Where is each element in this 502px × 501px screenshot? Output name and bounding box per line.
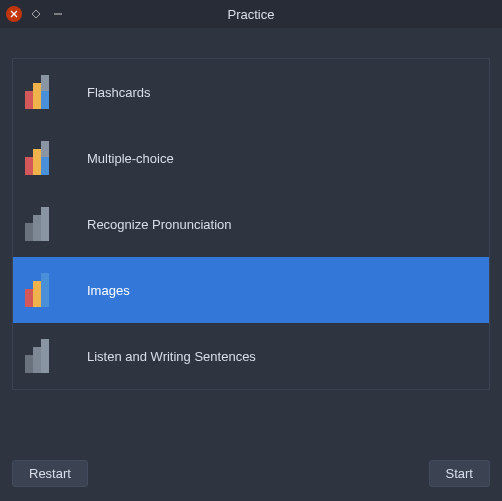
mode-item-images[interactable]: Images	[13, 257, 489, 323]
mode-item-listen-writing[interactable]: Listen and Writing Sentences	[13, 323, 489, 389]
start-button[interactable]: Start	[429, 460, 490, 487]
mode-label: Recognize Pronunciation	[87, 217, 232, 232]
button-row: Restart Start	[12, 456, 490, 489]
images-icon	[25, 273, 59, 307]
maximize-icon[interactable]	[28, 6, 44, 22]
listen-writing-icon	[25, 339, 59, 373]
mode-item-recognize-pronunciation[interactable]: Recognize Pronunciation	[13, 191, 489, 257]
mode-label: Multiple-choice	[87, 151, 174, 166]
titlebar: Practice	[0, 0, 502, 28]
mode-label: Flashcards	[87, 85, 151, 100]
close-icon[interactable]	[6, 6, 22, 22]
mode-item-multiple-choice[interactable]: Multiple-choice	[13, 125, 489, 191]
mode-list: Flashcards Multiple-choice Recognize Pro…	[12, 58, 490, 390]
flashcards-icon	[25, 75, 59, 109]
window-title: Practice	[0, 7, 502, 22]
content: Flashcards Multiple-choice Recognize Pro…	[0, 28, 502, 501]
mode-item-flashcards[interactable]: Flashcards	[13, 59, 489, 125]
pronunciation-icon	[25, 207, 59, 241]
restart-button[interactable]: Restart	[12, 460, 88, 487]
mode-label: Listen and Writing Sentences	[87, 349, 256, 364]
minimize-icon[interactable]	[50, 6, 66, 22]
multiple-choice-icon	[25, 141, 59, 175]
mode-label: Images	[87, 283, 130, 298]
